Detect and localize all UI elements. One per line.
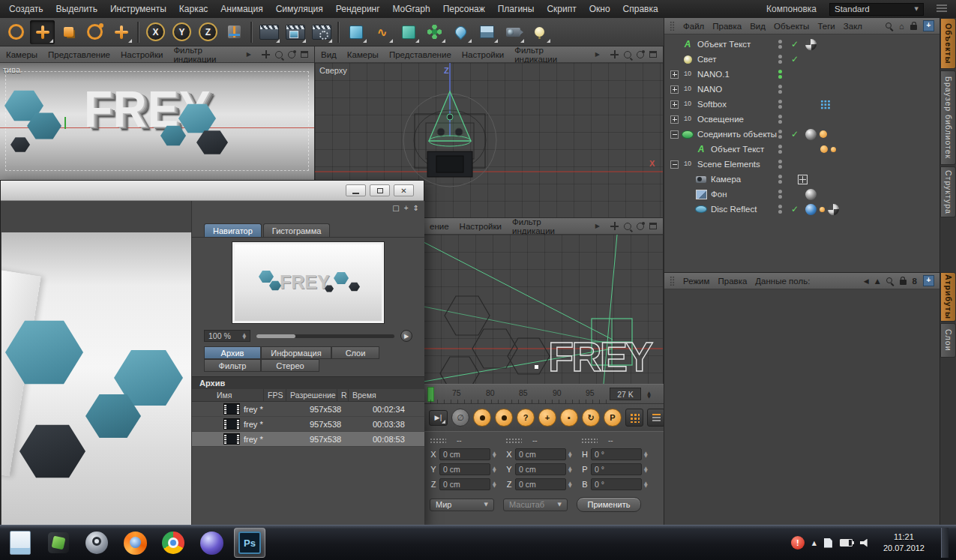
record-disabled-button[interactable]: ∅ (451, 409, 469, 427)
expand-icon[interactable] (670, 100, 679, 109)
live-selection-tool[interactable] (4, 20, 28, 44)
menu-mesh[interactable]: Каркас (179, 4, 208, 14)
smoothing-tag[interactable] (831, 147, 836, 152)
expand-icon[interactable] (670, 85, 679, 94)
apply-button[interactable]: Применить (577, 497, 641, 512)
object-row[interactable]: 1O Softbox (664, 97, 940, 112)
col-name[interactable]: Имя (192, 389, 264, 401)
menu-overflow-icon[interactable]: ▶ (595, 223, 600, 229)
vp-menu-view[interactable]: Вид (321, 50, 337, 59)
stepper-icon[interactable]: ▲▼ (568, 481, 572, 488)
vp-menu-cameras[interactable]: Камеры (347, 50, 379, 59)
maximize-view-icon[interactable] (649, 51, 657, 58)
environment-floor-button[interactable] (475, 20, 499, 44)
navigator-preview-area[interactable]: FREY (204, 241, 412, 324)
tray-app-icon[interactable] (824, 538, 832, 548)
scale-mode-value[interactable]: -- (532, 436, 538, 445)
goto-end-button[interactable]: ▶| (429, 410, 448, 426)
visibility-dots[interactable] (778, 205, 782, 214)
menu-overflow-icon[interactable]: ▶ (247, 51, 251, 58)
primitive-cube-button[interactable] (343, 20, 368, 44)
coordinate-system-toggle[interactable] (222, 20, 247, 44)
battery-icon[interactable] (840, 539, 853, 547)
restore-button[interactable] (370, 184, 390, 196)
menu-select[interactable]: Выделить (56, 4, 97, 14)
col-fps[interactable]: FPS (264, 389, 286, 401)
vp-menu-options[interactable]: Настройки (462, 50, 504, 59)
keyframe-record-button[interactable] (473, 409, 491, 427)
pin-icon[interactable]: ▲ (875, 277, 880, 285)
col-time[interactable]: Время (349, 389, 409, 401)
light-button[interactable] (527, 20, 552, 44)
image-view-area[interactable] (1, 201, 191, 526)
phong-tag[interactable] (820, 145, 828, 153)
taskbar-app-photoshop[interactable]: Ps (234, 528, 265, 558)
visibility-dots[interactable] (778, 40, 782, 49)
array-button[interactable] (422, 20, 447, 44)
col-resolution[interactable]: Разрешение (286, 389, 337, 401)
spline-button[interactable]: ∿ (370, 20, 394, 44)
om-menu-edit[interactable]: Правка (712, 22, 742, 31)
attr-menu-mode[interactable]: Режим (683, 277, 709, 286)
om-menu-bookmarks[interactable]: Закл (844, 22, 862, 31)
hidden-icons-arrow[interactable]: ▲ (812, 540, 817, 547)
menu-script[interactable]: Скрипт (547, 4, 576, 14)
render-picture-viewer-button[interactable] (283, 20, 307, 44)
object-row[interactable]: A Объект Текст ✓ (664, 37, 940, 52)
fit-view-button[interactable]: ▶ (400, 330, 412, 342)
menu-simulation[interactable]: Симуляция (276, 4, 323, 14)
rotation-h-input[interactable]: 0 ° (591, 448, 642, 460)
close-button[interactable]: ✕ (394, 184, 414, 196)
menu-create[interactable]: Создать (9, 4, 43, 14)
add-panel-icon[interactable]: + (404, 204, 409, 212)
tab-structure[interactable]: Структура (940, 166, 956, 217)
mograph-cloner-button[interactable] (396, 20, 421, 44)
z-axis-lock[interactable]: Z (196, 20, 220, 44)
coordinate-system-select[interactable]: Мир▼ (430, 499, 494, 511)
taskbar-app-explorer[interactable] (4, 528, 36, 558)
om-menu-objects[interactable]: Объекты (774, 22, 809, 31)
texture-tag[interactable] (805, 189, 817, 200)
taskbar-app-2[interactable] (43, 528, 74, 558)
position-y-input[interactable]: 0 cm (439, 463, 490, 475)
visibility-dots[interactable] (778, 190, 782, 199)
rotate-view-icon[interactable] (637, 51, 644, 58)
volume-icon[interactable] (860, 539, 870, 547)
vp-menu-filter[interactable]: Фильтр индикации (173, 46, 235, 64)
zoom-view-icon[interactable] (624, 223, 631, 230)
visibility-dots[interactable] (778, 160, 782, 169)
add-panel-icon[interactable]: + (923, 275, 934, 286)
last-tool[interactable] (109, 20, 133, 44)
x-axis-lock[interactable]: X (143, 20, 168, 44)
link-icon[interactable]: 8 (913, 277, 917, 286)
y-axis-lock[interactable]: Y (169, 20, 194, 44)
drag-grip-icon[interactable] (670, 276, 675, 286)
viewport-front-canvas[interactable]: FREY (424, 235, 663, 384)
record-rotation-toggle[interactable]: ↻ (582, 409, 600, 427)
visibility-dots[interactable] (778, 115, 782, 124)
collapse-icon[interactable] (670, 160, 679, 169)
tab-objects[interactable]: Объекты (940, 18, 956, 69)
tab-content-browser[interactable]: Браузер библиотек (940, 70, 956, 165)
drag-grip-icon[interactable] (430, 438, 446, 444)
texture-tag[interactable] (805, 129, 817, 140)
timeline-zoom-spinner[interactable]: ▲▼ (645, 388, 653, 400)
expand-icon[interactable] (670, 70, 679, 79)
keyframe-selection-button[interactable] (647, 409, 665, 427)
current-frame-marker[interactable] (427, 387, 434, 402)
xpresso-tag[interactable] (820, 100, 831, 109)
history-row-selected[interactable]: frey * 957x538 00:08:53 (192, 432, 424, 447)
zoom-level-select[interactable]: 100 %▲▼ (204, 330, 250, 342)
attr-menu-userdata[interactable]: Данные поль: (755, 277, 810, 286)
history-row[interactable]: frey * 957x538 00:03:38 (192, 417, 424, 432)
tab-history[interactable]: Архив (204, 346, 261, 359)
visibility-dots[interactable] (778, 100, 782, 109)
position-x-input[interactable]: 0 cm (439, 448, 490, 460)
render-view-button[interactable] (256, 20, 281, 44)
search-icon[interactable] (886, 277, 894, 285)
texture-tag[interactable] (805, 39, 817, 50)
stepper-icon[interactable]: ▲▼ (493, 466, 496, 473)
visibility-dots[interactable] (778, 175, 782, 184)
maximize-view-icon[interactable] (301, 51, 308, 58)
vp-menu-display[interactable]: Представление (48, 50, 110, 59)
